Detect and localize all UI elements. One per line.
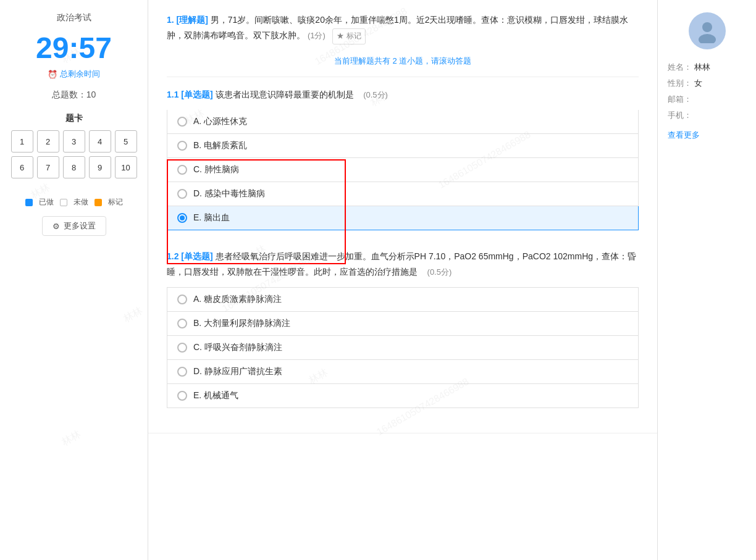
card-item-9[interactable]: 9	[89, 156, 111, 178]
radio-D-1-2	[177, 367, 187, 377]
card-item-4[interactable]: 4	[89, 130, 111, 153]
sub-question-1-2: 1.2 [单选题] 患者经吸氧治疗后呼吸困难进一步加重。血气分析示PH 7.10…	[167, 249, 639, 408]
marked-label: 标记	[108, 197, 123, 207]
option-E-1-1-label: E. 脑出血	[193, 212, 230, 224]
radio-C-1-2	[177, 343, 187, 353]
radio-A-1-1	[177, 117, 187, 127]
option-C-1-2[interactable]: C. 呼吸兴奋剂静脉滴注	[167, 336, 639, 360]
option-list-1-2: A. 糖皮质激素静脉滴注 B. 大剂量利尿剂静脉滴注 C. 呼吸兴奋剂静脉滴注 …	[167, 287, 639, 408]
option-A-1-1-label: A. 心源性休克	[193, 116, 247, 127]
email-row: 邮箱：	[668, 91, 710, 107]
total-questions: 总题数：10	[52, 90, 96, 101]
card-item-3[interactable]: 3	[63, 130, 85, 153]
sub-question-1-1-tag: 1.1 [单选题]	[167, 90, 213, 99]
option-B-1-1[interactable]: B. 电解质紊乱	[167, 134, 639, 158]
card-item-6[interactable]: 6	[11, 156, 33, 178]
user-info: 姓名： 林林 性别： 女 邮箱： 手机：	[668, 59, 710, 123]
done-dot	[25, 199, 33, 206]
question-1-tag: 1. [理解题]	[167, 15, 208, 25]
legend: 已做 未做 标记	[25, 197, 123, 207]
timer-label: ⏰ 总剩余时间	[48, 69, 100, 80]
avatar-icon	[695, 19, 720, 43]
option-E-1-2[interactable]: E. 机械通气	[167, 384, 639, 408]
option-A-1-1[interactable]: A. 心源性休克	[167, 110, 639, 134]
mark-button[interactable]: ★ 标记	[332, 28, 365, 44]
user-name: 林林	[694, 62, 710, 72]
sub-question-notice: 当前理解题共有 2 道小题，请滚动答题	[167, 51, 639, 77]
undone-dot	[60, 199, 67, 206]
left-sidebar: 政治考试 29:57 ⏰ 总剩余时间 总题数：10 题卡 1 2 3 4 5 6…	[0, 0, 148, 560]
option-B-1-2[interactable]: B. 大剂量利尿剂静脉滴注	[167, 312, 639, 336]
radio-E-1-2	[177, 391, 187, 401]
card-item-2[interactable]: 2	[37, 130, 59, 153]
undone-label: 未做	[74, 197, 88, 207]
option-A-1-2[interactable]: A. 糖皮质激素静脉滴注	[167, 287, 639, 312]
sub-question-1-1-header: 1.1 [单选题] 该患者出现意识障碍最重要的机制是 (0.5分)	[167, 87, 639, 102]
sub-question-1-2-score: (0.5分)	[427, 267, 452, 277]
radio-A-1-2	[177, 295, 187, 304]
question-1-score: (1分)	[308, 31, 326, 40]
radio-C-1-1	[177, 165, 187, 175]
main-content: 1. [理解题] 男，71岁。间断咳嗽、咳痰20余年，加重伴喘憋1周。近2天出现…	[148, 0, 657, 560]
marked-dot	[94, 199, 102, 206]
timer-display: 29:57	[36, 31, 112, 65]
card-item-10[interactable]: 10	[115, 156, 137, 178]
user-name-row: 姓名： 林林	[668, 59, 710, 75]
sub-question-1-1: 1.1 [单选题] 该患者出现意识障碍最重要的机制是 (0.5分) A. 心源性…	[167, 87, 639, 230]
option-C-1-2-label: C. 呼吸兴奋剂静脉滴注	[193, 342, 282, 353]
sub-question-1-1-score: (0.5分)	[363, 90, 388, 99]
option-A-1-2-label: A. 糖皮质激素静脉滴注	[193, 294, 282, 305]
sub-question-1-2-content: 患者经吸氧治疗后呼吸困难进一步加重。血气分析示PH 7.10，PaO2 65mm…	[167, 251, 636, 277]
question-1-header: 1. [理解题] 男，71岁。间断咳嗽、咳痰20余年，加重伴喘憋1周。近2天出现…	[167, 12, 639, 44]
option-D-1-1-label: D. 感染中毒性脑病	[193, 188, 265, 199]
card-item-1[interactable]: 1	[11, 130, 33, 153]
right-sidebar: 姓名： 林林 性别： 女 邮箱： 手机： 查看更多	[657, 0, 756, 560]
see-more-link[interactable]: 查看更多	[668, 130, 700, 141]
phone-row: 手机：	[668, 107, 710, 123]
svg-point-0	[702, 22, 712, 32]
svg-point-1	[699, 34, 716, 43]
radio-D-1-1	[177, 189, 187, 199]
option-D-1-2-label: D. 静脉应用广谱抗生素	[193, 366, 282, 377]
option-B-1-2-label: B. 大剂量利尿剂静脉滴注	[193, 318, 290, 329]
radio-B-1-2	[177, 319, 187, 328]
clock-icon: ⏰	[48, 70, 57, 79]
option-B-1-1-label: B. 电解质紊乱	[193, 140, 247, 151]
option-E-1-1[interactable]: E. 脑出血	[167, 206, 639, 230]
card-item-5[interactable]: 5	[115, 130, 137, 153]
question-1-content: 男，71岁。间断咳嗽、咳痰20余年，加重伴喘憋1周。近2天出现嗜睡。查体：意识模…	[167, 15, 629, 40]
radio-E-1-1	[177, 213, 187, 223]
exam-title: 政治考试	[57, 12, 91, 23]
gear-icon: ⚙	[52, 222, 60, 231]
avatar	[689, 12, 726, 49]
card-section-title: 题卡	[65, 113, 83, 124]
option-list-1-1: A. 心源性休克 B. 电解质紊乱 C. 肺性脑病 D. 感染中毒性脑病	[167, 110, 639, 230]
sub-question-1-2-tag: 1.2 [单选题]	[167, 251, 213, 261]
card-item-7[interactable]: 7	[37, 156, 59, 178]
radio-B-1-1	[177, 141, 187, 151]
option-D-1-2[interactable]: D. 静脉应用广谱抗生素	[167, 360, 639, 384]
more-settings-button[interactable]: ⚙ 更多设置	[42, 216, 106, 236]
card-grid: 1 2 3 4 5 6 7 8 9 10	[11, 130, 137, 178]
option-D-1-1[interactable]: D. 感染中毒性脑病	[167, 182, 639, 206]
sub-question-1-1-content: 该患者出现意识障碍最重要的机制是	[216, 90, 354, 99]
question-1-block: 1. [理解题] 男，71岁。间断咳嗽、咳痰20余年，加重伴喘憋1周。近2天出现…	[148, 0, 657, 433]
card-item-8[interactable]: 8	[63, 156, 85, 178]
gender: 女	[694, 78, 702, 88]
sub-question-1-2-header: 1.2 [单选题] 患者经吸氧治疗后呼吸困难进一步加重。血气分析示PH 7.10…	[167, 249, 639, 280]
option-E-1-2-label: E. 机械通气	[193, 390, 238, 401]
option-C-1-1[interactable]: C. 肺性脑病	[167, 158, 639, 182]
gender-row: 性别： 女	[668, 75, 710, 91]
done-label: 已做	[39, 197, 54, 207]
option-C-1-1-label: C. 肺性脑病	[193, 164, 239, 175]
